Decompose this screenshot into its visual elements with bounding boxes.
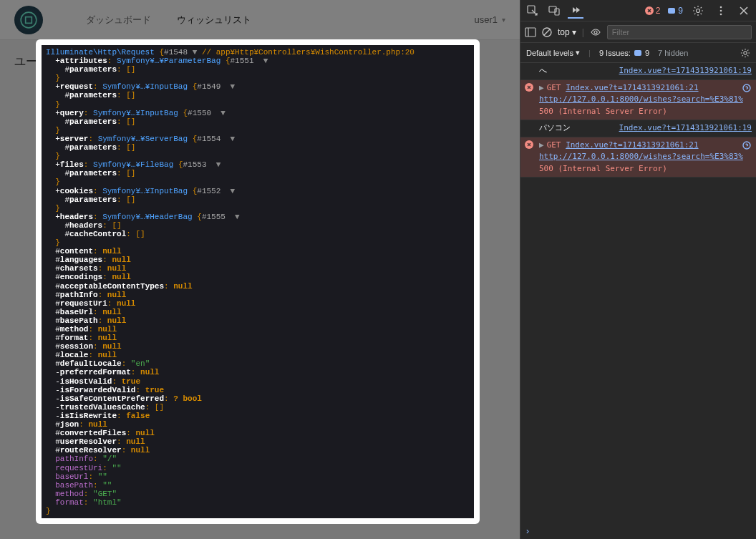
more-tabs-icon[interactable] xyxy=(568,3,583,19)
devtools-panel: 2 9 top ▾ | xyxy=(520,0,756,539)
explain-ai-icon[interactable] xyxy=(742,140,752,150)
caret-down-icon: ▾ xyxy=(572,27,576,37)
close-icon[interactable] xyxy=(736,3,752,19)
log-levels-dropdown[interactable]: Default levels ▾ xyxy=(526,48,580,57)
source-link[interactable]: Index.vue?t=1714313921061:19 xyxy=(619,65,752,77)
settings-icon[interactable] xyxy=(690,3,706,19)
svg-rect-11 xyxy=(525,28,536,37)
devtools-tabbar: 2 9 xyxy=(520,0,756,21)
error-count-badge[interactable]: 2 xyxy=(645,6,661,16)
status-text: 500 (Internal Server Error) xyxy=(539,107,667,116)
console-log: Index.vue?t=1714313921061:19パソコン xyxy=(520,120,756,137)
source-link[interactable]: Index.vue?t=1714313921061:21 xyxy=(566,140,698,150)
console-prompt[interactable]: › xyxy=(520,523,756,539)
error-count: 2 xyxy=(656,6,661,16)
console-settings-bar: Default levels ▾ | 9 Issues: 9 7 hidden xyxy=(520,43,756,63)
live-expression-icon[interactable] xyxy=(590,26,601,38)
log-text: へ xyxy=(539,66,547,75)
prompt-caret-icon: › xyxy=(526,526,529,536)
warning-count-badge[interactable]: 9 xyxy=(667,6,683,16)
context-label: top xyxy=(558,27,570,37)
console-error: ▶GET Index.vue?t=1714313921061:21http://… xyxy=(520,137,756,178)
explain-ai-icon[interactable] xyxy=(742,83,752,93)
svg-point-8 xyxy=(720,6,722,8)
request-url-link[interactable]: http://127.0.0.1:8000/wishes?search=%E3%… xyxy=(539,94,743,104)
issues-indicator[interactable]: 9 Issues: 9 xyxy=(599,49,649,57)
error-icon xyxy=(525,140,533,149)
svg-line-14 xyxy=(544,29,550,35)
svg-rect-16 xyxy=(634,50,641,56)
warning-count: 9 xyxy=(678,6,683,16)
sidebar-toggle-icon[interactable] xyxy=(525,26,536,38)
svg-point-9 xyxy=(720,9,722,11)
levels-label: Default levels xyxy=(526,49,573,57)
issues-label: 9 Issues: xyxy=(599,49,631,57)
http-method: GET xyxy=(547,83,561,92)
log-text: パソコン xyxy=(539,123,571,132)
issues-count: 9 xyxy=(645,49,649,57)
svg-point-7 xyxy=(697,9,700,12)
kebab-menu-icon[interactable] xyxy=(713,3,729,19)
console-log: Index.vue?t=1714313921061:19へ xyxy=(520,63,756,80)
caret-down-icon: ▾ xyxy=(576,48,580,57)
inspect-icon[interactable] xyxy=(525,3,541,19)
expand-icon[interactable]: ▶ xyxy=(539,140,544,150)
clear-console-icon[interactable] xyxy=(542,27,552,37)
svg-point-21 xyxy=(743,142,750,149)
svg-point-15 xyxy=(594,31,597,34)
var-dump: Illuminate\Http\Request {#1548 ▼ // app¥… xyxy=(42,45,474,518)
request-url-link[interactable]: http://127.0.0.1:8000/wishes?search=%E3%… xyxy=(539,152,743,161)
dump-modal: Illuminate\Http\Request {#1548 ▼ // app¥… xyxy=(36,39,480,524)
hidden-count: 7 hidden xyxy=(658,49,688,57)
console-settings-icon[interactable] xyxy=(740,48,750,58)
context-selector[interactable]: top ▾ xyxy=(558,27,576,37)
svg-rect-6 xyxy=(668,8,675,14)
filter-input[interactable] xyxy=(607,25,752,39)
console-output: Index.vue?t=1714313921061:19へ▶GET Index.… xyxy=(520,63,756,523)
console-error: ▶GET Index.vue?t=1714313921061:21http://… xyxy=(520,80,756,121)
console-toolbar: top ▾ | xyxy=(520,21,756,43)
http-method: GET xyxy=(547,140,561,150)
svg-point-17 xyxy=(744,51,747,54)
error-icon xyxy=(525,83,533,92)
source-link[interactable]: Index.vue?t=1714313921061:19 xyxy=(619,122,752,135)
device-toggle-icon[interactable] xyxy=(546,3,562,19)
source-link[interactable]: Index.vue?t=1714313921061:21 xyxy=(566,83,698,92)
expand-icon[interactable]: ▶ xyxy=(539,83,544,92)
svg-point-19 xyxy=(743,84,750,92)
svg-point-10 xyxy=(720,13,722,15)
status-text: 500 (Internal Server Error) xyxy=(539,164,667,173)
